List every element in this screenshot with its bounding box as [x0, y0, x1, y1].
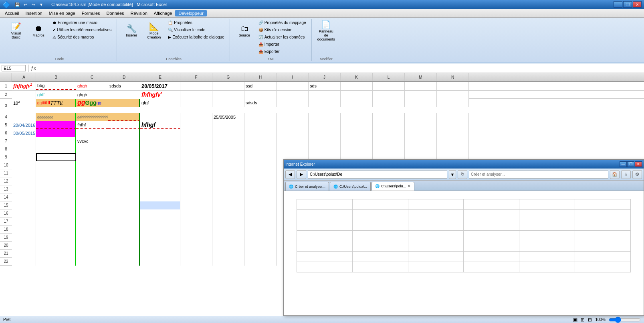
ribbon-btn-enregistrer[interactable]: ⏺ Enregistrer une macro [50, 19, 113, 26]
table-cell[interactable] [408, 241, 464, 252]
cell-d1[interactable]: sdsds [108, 82, 140, 90]
cell-k6[interactable] [341, 129, 373, 137]
menu-misepage[interactable]: Mise en page [46, 10, 79, 16]
cell-j1[interactable]: sds [309, 82, 341, 90]
cell-b4[interactable]: gggggggg [36, 113, 76, 121]
table-cell[interactable] [519, 241, 575, 252]
cell-a6[interactable]: 30/05/2015 [12, 129, 36, 137]
cell-c4[interactable]: gehhhhhhhhhhhhhhhh [76, 113, 108, 121]
cell-f6[interactable] [180, 129, 212, 137]
table-cell[interactable] [297, 252, 352, 262]
cell-n6[interactable] [437, 129, 469, 137]
cell-a4[interactable] [12, 113, 36, 121]
cell-h4[interactable] [244, 113, 277, 121]
cell-g5[interactable] [212, 121, 244, 129]
cell-e9[interactable] [140, 153, 180, 161]
cell-c2[interactable]: ghgh [76, 91, 108, 99]
cell-d5[interactable] [108, 121, 140, 129]
cell-d8[interactable] [108, 145, 140, 153]
cell-k1[interactable] [341, 82, 373, 90]
col-header-b[interactable]: B [36, 73, 76, 81]
cell-m7[interactable] [405, 137, 437, 145]
cell-b5[interactable] [36, 121, 76, 129]
cell-k5[interactable] [341, 121, 373, 129]
browser-settings-btn[interactable]: ⚙ [632, 170, 642, 179]
table-cell[interactable] [408, 252, 464, 262]
cell-h8[interactable] [244, 145, 277, 153]
ribbon-btn-actualiser[interactable]: 🔄 Actualiser les données [256, 34, 308, 41]
col-header-i[interactable]: I [277, 73, 309, 81]
formula-fx-icon[interactable]: ƒx [31, 65, 36, 71]
row-header-11[interactable]: 11 [0, 169, 12, 177]
table-cell[interactable] [408, 262, 464, 272]
table-cell[interactable] [352, 220, 408, 231]
row-header-16[interactable]: 16 [0, 209, 12, 217]
qa-undo-btn[interactable]: ↩ [22, 1, 29, 8]
formula-input[interactable] [38, 66, 642, 71]
cell-f8[interactable] [180, 145, 212, 153]
cell-e1[interactable]: 20/05/2017 [140, 82, 180, 90]
select-all-btn[interactable] [0, 73, 12, 82]
cell-l7[interactable] [373, 137, 405, 145]
cell-d3[interactable] [108, 99, 140, 107]
cell-e4[interactable] [140, 113, 180, 121]
cell-h6[interactable] [244, 129, 277, 137]
row-header-9[interactable]: 9 [0, 153, 12, 161]
table-cell[interactable] [464, 199, 519, 210]
cell-l3[interactable] [373, 99, 405, 107]
view-layout-icon[interactable]: ⊞ [581, 317, 585, 323]
cell-i6[interactable] [277, 129, 309, 137]
cell-j5[interactable] [309, 121, 341, 129]
cell-n4[interactable] [437, 113, 469, 121]
table-cell[interactable] [464, 252, 519, 262]
ribbon-btn-references[interactable]: ✔ Utiliser les références relatives [50, 26, 113, 33]
cell-h5[interactable] [244, 121, 277, 129]
cell-d2[interactable] [108, 91, 140, 99]
table-cell[interactable] [352, 262, 408, 272]
view-normal-icon[interactable]: ▣ [573, 317, 577, 323]
cell-m8[interactable] [405, 145, 437, 153]
cell-e3[interactable]: gfgf [140, 99, 180, 107]
cell-g1[interactable] [212, 82, 244, 90]
ribbon-btn-visual-basic[interactable]: 📝 VisualBasic [6, 19, 26, 43]
row-header-6[interactable]: 6 [0, 129, 12, 137]
cell-m1[interactable] [405, 82, 437, 90]
row-header-15[interactable]: 15 [0, 201, 12, 209]
menu-developpeur[interactable]: Développeur [175, 10, 206, 16]
cell-e7[interactable] [140, 137, 180, 145]
cell-g9[interactable] [212, 153, 244, 161]
col-header-a[interactable]: A [12, 73, 36, 81]
ribbon-btn-visualiser[interactable]: 🔍 Visualiser le code [166, 26, 226, 33]
browser-favorites-btn[interactable]: ☆ [621, 170, 631, 179]
table-cell[interactable] [519, 220, 575, 231]
table-cell[interactable] [464, 220, 519, 231]
cell-g3[interactable] [212, 99, 244, 107]
cell-c7[interactable]: vvcvc [76, 137, 108, 145]
cell-i8[interactable] [277, 145, 309, 153]
cell-n8[interactable] [437, 145, 469, 153]
cell-k4[interactable] [341, 113, 373, 121]
minimize-btn[interactable]: — [614, 1, 622, 8]
row-header-3[interactable]: 3 [0, 99, 12, 113]
cell-n3[interactable] [437, 99, 469, 107]
ribbon-btn-kits[interactable]: 📦 Kits d'extension [256, 26, 308, 33]
cell-h2[interactable] [244, 91, 277, 99]
cell-g7[interactable] [212, 137, 244, 145]
cell-c8[interactable] [76, 145, 108, 153]
table-cell[interactable] [297, 199, 352, 210]
table-cell[interactable] [297, 241, 352, 252]
cell-d9[interactable] [108, 153, 140, 161]
cell-b9[interactable] [36, 153, 76, 161]
table-cell[interactable] [575, 210, 631, 220]
col-header-h[interactable]: H [244, 73, 277, 81]
browser-forward-btn[interactable]: ▶ [297, 170, 306, 179]
cell-f4[interactable] [180, 113, 212, 121]
cell-k2[interactable] [341, 91, 373, 99]
cell-f9[interactable] [180, 153, 212, 161]
restore-btn[interactable]: ❐ [623, 1, 632, 8]
cell-b1[interactable]: bbg [36, 82, 76, 90]
cell-m4[interactable] [405, 113, 437, 121]
cell-h1[interactable]: ssd [244, 82, 277, 90]
row-header-7[interactable]: 7 [0, 137, 12, 145]
cell-m5[interactable] [405, 121, 437, 129]
